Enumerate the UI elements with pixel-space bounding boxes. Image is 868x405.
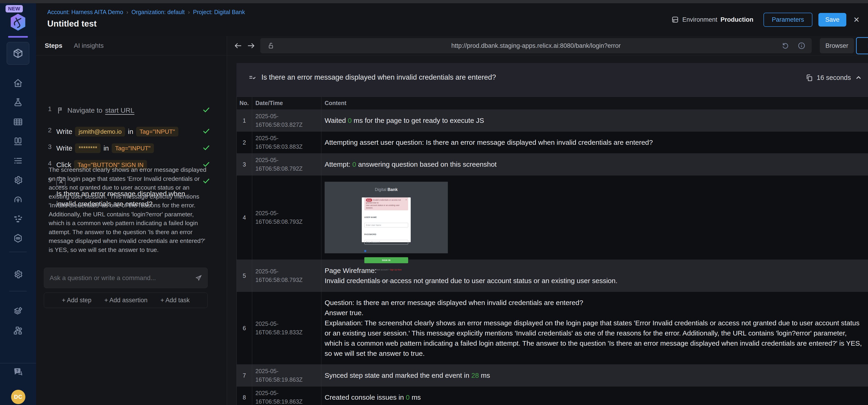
breadcrumb-organization[interactable]: Organization: default [131,9,185,16]
step-number: 1 [48,105,52,113]
back-icon[interactable] [234,41,243,50]
timestamp-line: 2025-05- [255,209,321,218]
log-text: answering question based on this screens… [356,161,497,168]
app-logo-icon[interactable] [8,12,28,32]
parameters-button[interactable]: Parameters [764,13,812,27]
timestamp-line: 16T06:58:19.833Z [255,328,321,337]
assertion-log-panel: Is there an error message displayed when… [237,63,868,405]
mini-error-alert: ErrorInvalid credentials or access not g… [364,197,408,210]
screenshot-thumbnail[interactable]: Digital BankErrorInvalid credentials or … [324,182,448,253]
copy-icon[interactable] [805,74,813,82]
agent-icon [13,195,23,205]
log-row: 12025-05-16T06:58:03.827ZWaited 0 ms for… [237,110,868,132]
left-nav-rail: NEW ? DC [0,3,36,405]
log-row-number: 1 [237,110,252,132]
log-text-line: Attempt: 0 answering question based on t… [324,159,863,170]
timestamp-line: 2025-05- [255,112,321,120]
log-row-number: 4 [237,175,252,260]
nav-item[interactable] [0,231,36,246]
mini-username-input: Enter User Name [364,223,408,227]
tab-ai-insights[interactable]: AI insights [74,42,103,50]
new-badge: NEW [5,5,23,12]
breadcrumb-account[interactable]: Account: Harness AITA Demo [47,9,123,16]
columns-icon [13,136,23,146]
column-header: Date/Time [252,97,321,110]
steps-panel-tabs: Steps AI insights [36,36,227,55]
nav-item-selected[interactable] [7,42,29,65]
timestamp-line: 2025-05- [255,367,321,375]
timestamp-line: 16T06:58:19.863Z [255,375,321,384]
log-row-number: 2 [237,132,252,153]
mini-username-label: USER NAME [364,212,408,222]
nav-item[interactable] [0,134,36,149]
info-icon[interactable] [797,41,806,50]
assertion-log-header[interactable]: Is there an error message displayed when… [237,63,868,92]
refresh-icon[interactable] [781,41,789,50]
browser-view-toggle[interactable]: Browser [820,38,854,53]
step-success-check-icon [202,106,210,114]
module-cube-icon [12,48,24,59]
command-input[interactable] [49,274,195,282]
log-row-content: Waited 0 ms for the page to get ready to… [321,110,868,132]
step-value-badge: ******** [75,143,101,153]
log-text: Question: Is there an error message disp… [324,299,583,307]
user-avatar[interactable]: DC [11,390,25,404]
nav-item[interactable] [0,192,36,207]
log-text: Synced step state and marked the end eve… [324,372,471,379]
environment-selector[interactable]: Environment Production [671,16,753,24]
log-text-line: Attempting assert user question: Is ther… [324,137,863,148]
log-text-line: Explanation: The screenshot clearly show… [324,318,863,358]
network-gear-icon [13,325,23,336]
logs-view-toggle[interactable]: Lo [856,37,868,54]
add-actions-box: + Add step + Add assertion + Add task [44,293,208,308]
chevron-up-icon[interactable] [855,74,863,82]
environment-label: Environment [682,16,717,23]
breadcrumb-separator: › [126,9,128,16]
log-row: 72025-05-16T06:58:19.863ZSynced step sta… [237,365,868,386]
mini-signin-button: SIGN IN [364,257,408,263]
log-row: 52025-05-16T06:58:08.793ZPage Wireframe:… [237,260,868,292]
url-bar[interactable]: http://prod.dbank.staging-apps.relicx.ai… [260,38,812,53]
flask-icon [13,97,23,108]
log-row-timestamp: 2025-05-16T06:58:03.883Z [252,132,321,153]
add-step-button[interactable]: + Add step [62,297,91,304]
nav-item[interactable] [0,115,36,129]
timestamp-line: 2025-05- [255,389,321,397]
log-row-number: 6 [237,292,252,364]
flag-icon [56,106,65,115]
hexagon-infinity-icon [13,233,23,243]
timestamp-line: 2025-05- [255,320,321,328]
save-button[interactable]: Save [818,13,846,27]
mini-remember-label: Remember Me [367,246,380,256]
add-assertion-button[interactable]: + Add assertion [104,297,148,304]
tab-steps[interactable]: Steps [45,42,62,50]
nav-item[interactable] [0,95,36,110]
step-success-check-icon [202,144,210,152]
close-icon[interactable]: ✕ [853,15,860,24]
home-icon [13,78,23,88]
nav-item[interactable] [0,76,36,90]
log-row: 22025-05-16T06:58:03.883ZAttempting asse… [237,132,868,153]
nav-item[interactable] [0,173,36,187]
log-text: Attempt: [324,161,352,168]
step-text-segment: Navigate to [67,105,102,115]
send-icon[interactable] [195,274,203,282]
step-text-segment: in [128,126,133,137]
browser-toolbar: http://prod.dbank.staging-apps.relicx.ai… [227,36,868,55]
breadcrumb-project[interactable]: Project: Digital Bank [193,9,245,16]
nav-item[interactable] [0,323,36,338]
svg-text:?: ? [16,368,19,373]
step-number: 2 [48,126,52,134]
rail-divider [9,291,27,291]
nav-item[interactable] [0,211,36,226]
log-row: 32025-05-16T06:58:08.792ZAttempt: 0 answ… [237,153,868,175]
app-header: Account: Harness AITA Demo › Organizatio… [36,3,868,36]
help-chat-button[interactable]: ? [0,365,36,380]
nav-item[interactable] [0,153,36,168]
forward-icon[interactable] [246,41,256,50]
nav-item[interactable] [0,267,36,282]
add-task-button[interactable]: + Add task [160,297,190,304]
log-text: ms [410,394,421,401]
nav-item[interactable] [0,304,36,319]
log-text-line: Answer true. [324,308,863,318]
